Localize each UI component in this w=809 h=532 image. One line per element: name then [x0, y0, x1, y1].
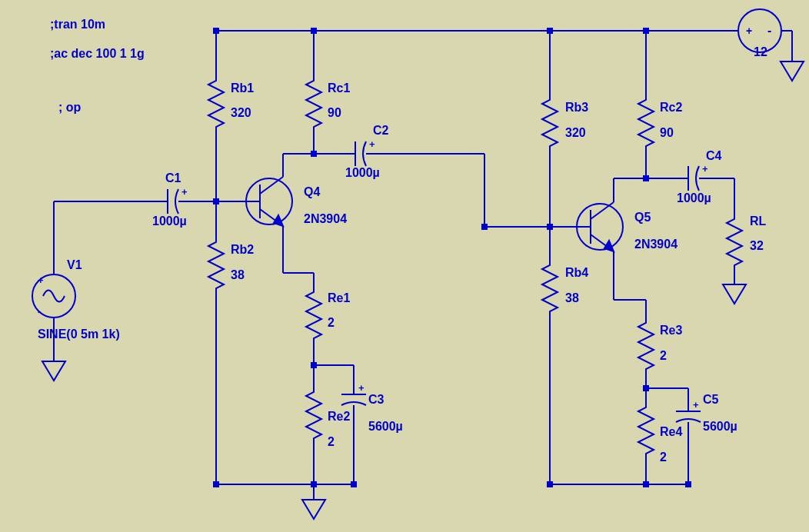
svg-text:-: - — [767, 24, 771, 37]
re4-value[interactable]: 2 — [660, 450, 667, 464]
node — [213, 28, 219, 34]
svg-text:-: - — [38, 305, 42, 318]
rb2-name[interactable]: Rb2 — [231, 242, 254, 257]
re3-value[interactable]: 2 — [660, 348, 667, 363]
node — [643, 28, 649, 34]
rc2-name[interactable]: Rc2 — [660, 100, 682, 115]
spice-directive-op[interactable]: ; op — [58, 100, 81, 115]
svg-text:+: + — [369, 138, 375, 150]
schematic-canvas: + - + — [0, 0, 809, 532]
svg-text:+: + — [746, 25, 752, 37]
svg-text:+: + — [702, 163, 708, 175]
q5-model[interactable]: 2N3904 — [634, 237, 677, 251]
svg-marker-65 — [723, 284, 746, 304]
spice-directive-tran[interactable]: ;tran 10m — [50, 17, 105, 32]
svg-text:+: + — [693, 399, 699, 411]
re4-name[interactable]: Re4 — [660, 424, 682, 439]
q4-model[interactable]: 2N3904 — [304, 211, 347, 226]
rb1-value[interactable]: 320 — [231, 105, 251, 120]
rb2-value[interactable]: 38 — [231, 268, 245, 282]
rb3-value[interactable]: 320 — [565, 125, 586, 140]
schematic-svg: + - + — [0, 0, 809, 532]
re3-name[interactable]: Re3 — [660, 323, 682, 337]
re1-name[interactable]: Re1 — [328, 291, 350, 305]
rc2-value[interactable]: 90 — [660, 125, 674, 140]
svg-marker-44 — [302, 500, 325, 519]
supply-value[interactable]: 12 — [754, 45, 767, 59]
v1-name[interactable]: V1 — [67, 258, 82, 272]
c4-name[interactable]: C4 — [706, 148, 721, 163]
node — [547, 224, 553, 230]
node — [643, 175, 649, 181]
node — [311, 28, 317, 34]
v1-value[interactable]: SINE(0 5m 1k) — [38, 327, 120, 341]
node — [213, 198, 219, 204]
c3-value[interactable]: 5600µ — [368, 419, 403, 434]
node — [311, 481, 317, 487]
node — [481, 224, 488, 230]
node — [547, 481, 553, 487]
c5-value[interactable]: 5600µ — [703, 419, 737, 434]
node — [547, 28, 553, 34]
re1-value[interactable]: 2 — [328, 315, 335, 330]
re2-value[interactable]: 2 — [328, 434, 335, 449]
svg-text:+: + — [38, 274, 44, 286]
node — [643, 385, 649, 391]
svg-marker-7 — [42, 361, 65, 381]
rl-name[interactable]: RL — [750, 214, 766, 228]
rc1-value[interactable]: 90 — [328, 105, 341, 120]
c2-value[interactable]: 1000µ — [345, 165, 380, 180]
c3-name[interactable]: C3 — [368, 392, 384, 407]
c5-name[interactable]: C5 — [703, 392, 718, 407]
node — [351, 481, 357, 487]
node — [643, 481, 649, 487]
spice-directive-ac[interactable]: ;ac dec 100 1 1g — [50, 46, 145, 61]
svg-marker-83 — [781, 62, 804, 81]
q5-name[interactable]: Q5 — [634, 210, 651, 224]
rb4-name[interactable]: Rb4 — [565, 265, 588, 280]
c4-value[interactable]: 1000µ — [677, 191, 711, 205]
svg-text:+: + — [358, 382, 365, 394]
re2-name[interactable]: Re2 — [328, 409, 350, 424]
rl-value[interactable]: 32 — [750, 238, 764, 253]
rb4-value[interactable]: 38 — [565, 291, 579, 305]
rb1-name[interactable]: Rb1 — [231, 81, 254, 95]
rc1-name[interactable]: Rc1 — [328, 81, 350, 95]
svg-text:+: + — [181, 186, 188, 198]
c1-name[interactable]: C1 — [165, 171, 181, 185]
rb3-name[interactable]: Rb3 — [565, 100, 588, 115]
c1-value[interactable]: 1000µ — [152, 214, 187, 228]
node — [685, 481, 691, 487]
c2-name[interactable]: C2 — [373, 123, 388, 138]
q4-name[interactable]: Q4 — [304, 185, 320, 199]
node — [213, 481, 219, 487]
node — [311, 362, 317, 368]
node — [311, 151, 317, 157]
